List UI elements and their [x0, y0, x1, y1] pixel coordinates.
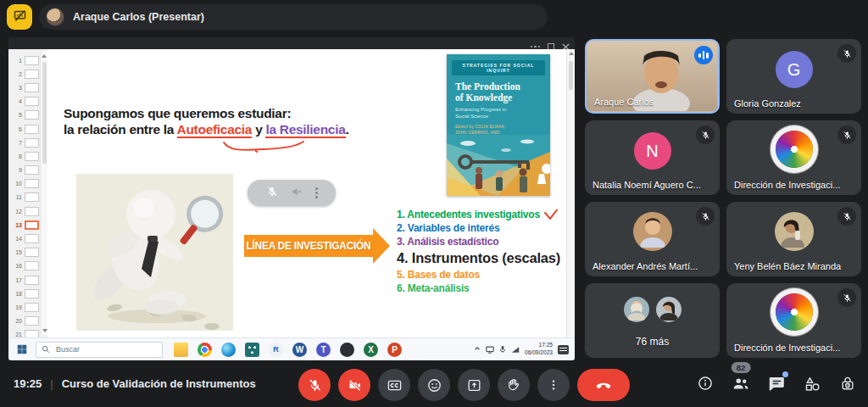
list-item: 6. Meta-análisis — [397, 282, 566, 295]
tray-display-icon[interactable] — [486, 342, 494, 357]
book-title: The Production of Knowledge — [455, 81, 527, 103]
taskbar-time: 17:25 — [525, 342, 553, 349]
overflow-count-label: 76 más — [585, 336, 720, 348]
mic-toggle-button[interactable] — [298, 369, 331, 401]
participant-name: Dirección de Investigaci... — [734, 180, 840, 190]
taskbar-app-excel-icon[interactable]: X — [364, 343, 378, 357]
taskbar-date: 06/09/2023 — [525, 349, 553, 357]
taskbar-app-file-explorer-icon[interactable] — [174, 343, 188, 357]
book-series-band: STRATEGIES FOR SOCIAL INQUIRY — [452, 60, 545, 75]
slide-scrollbar[interactable] — [566, 49, 575, 337]
meeting-panels: 82 — [695, 373, 858, 393]
current-time: 19:25 — [14, 377, 42, 390]
present-button[interactable] — [458, 369, 490, 401]
mic-off-icon — [837, 44, 856, 63]
slide-scroll-up-icon[interactable] — [569, 52, 574, 55]
participant-tile-yeny[interactable]: Yeny Belén Báez Miranda — [726, 202, 861, 276]
participant-count-badge: 82 — [732, 362, 751, 373]
system-tray: 17:25 06/09/2023 — [474, 342, 575, 357]
activities-button[interactable] — [802, 373, 822, 393]
participant-tile-natalia[interactable]: N Natalia Noemí Aguero C... — [585, 120, 720, 195]
participants-button[interactable]: 82 — [731, 373, 751, 393]
camera-toggle-button[interactable] — [338, 369, 370, 401]
taskbar-app-word-icon[interactable]: W — [292, 343, 307, 357]
photo-avatar — [775, 212, 814, 251]
highlight-autoeficacia: Autoeficacia — [177, 122, 253, 138]
start-button[interactable] — [16, 343, 28, 355]
presentation-off-icon — [13, 8, 27, 26]
taskbar-app-r-icon[interactable]: R — [269, 343, 283, 357]
participant-tile-overflow[interactable]: 76 más — [585, 283, 720, 358]
taskbar-app-stats-tool-icon[interactable] — [245, 343, 259, 357]
presentation-paused-button[interactable] — [7, 4, 32, 30]
search-input[interactable] — [54, 344, 147, 354]
slide-title-line1: Supongamos que queremos estudiar: — [64, 105, 349, 121]
list-item: 4. Instrumentos (escalas) — [397, 248, 566, 268]
meeting-details-button[interactable] — [695, 373, 715, 393]
chat-button[interactable] — [766, 373, 787, 393]
google-meet-window: Araque Carlos (Presentar) 12345678910111… — [0, 0, 868, 407]
slide-scrollbar-thumb[interactable] — [569, 61, 573, 90]
avatar: N — [634, 132, 671, 170]
raise-hand-button[interactable] — [498, 369, 530, 401]
participant-tile-araque[interactable]: Araque Carlos — [585, 39, 720, 114]
slide-canvas: Supongamos que queremos estudiar: la rel… — [47, 49, 566, 337]
thumbnail-scrollbar[interactable] — [40, 52, 47, 335]
slide-title: Supongamos que queremos estudiar: la rel… — [64, 105, 349, 138]
taskbar-apps: RWTXP — [174, 343, 402, 357]
participant-name: Gloria Gonzalez — [734, 98, 801, 109]
meeting-title: Curso de Validación de Instrumentos — [62, 377, 256, 390]
participant-name: Yeny Belén Báez Miranda — [734, 261, 841, 271]
arrow-label: LÍNEA DE INVESTIGACIÓN — [247, 240, 371, 252]
end-call-button[interactable] — [577, 369, 630, 401]
host-controls-button[interactable] — [837, 373, 858, 393]
taskbar-clock[interactable]: 17:25 06/09/2023 — [525, 342, 553, 357]
speaker-off-icon[interactable] — [291, 186, 303, 201]
taskbar-app-chrome-icon[interactable] — [198, 343, 212, 357]
list-item: 1. Antecedentes investigativos — [397, 208, 566, 221]
notification-center-icon[interactable] — [558, 345, 569, 354]
scrollbar-thumb[interactable] — [42, 62, 47, 164]
tray-mic-icon[interactable] — [499, 342, 506, 357]
mic-off-icon[interactable] — [266, 186, 278, 201]
mic-off-icon — [696, 207, 715, 226]
captions-button[interactable] — [378, 369, 410, 401]
taskbar-app-obs-icon[interactable] — [340, 343, 354, 357]
scroll-down-icon[interactable] — [42, 329, 47, 332]
windows-taskbar: RWTXP 17:25 06/09/2023 — [8, 337, 575, 360]
taskbar-app-powerpoint-icon[interactable]: P — [387, 343, 402, 357]
taskbar-app-teams-icon[interactable]: T — [316, 343, 331, 357]
participant-tile-alexander[interactable]: Alexander Andrés Martí... — [585, 202, 720, 276]
scroll-up-icon[interactable] — [42, 54, 47, 58]
slide-title-line2: la relación entre la Autoeficacia y la R… — [64, 121, 349, 137]
red-check-icon — [543, 209, 559, 220]
participant-name: Araque Carlos — [594, 97, 654, 107]
red-brace-annotation — [221, 139, 306, 156]
overflow-avatars — [585, 297, 720, 322]
linea-investigacion-arrow: LÍNEA DE INVESTIGACIÓN — [244, 235, 373, 257]
tray-chevron-icon[interactable] — [474, 345, 481, 354]
taskbar-app-edge-icon[interactable] — [221, 343, 236, 357]
call-controls — [298, 369, 630, 401]
chat-notification-dot — [782, 371, 788, 377]
participant-tile-gloria[interactable]: G Gloria Gonzalez — [726, 39, 861, 114]
participant-tile-direccion-2[interactable]: Dirección de Investigaci... — [726, 283, 861, 358]
tile-more-options-icon[interactable] — [315, 187, 318, 198]
participant-tile-direccion-1[interactable]: Dirección de Investigaci... — [726, 120, 861, 195]
list-item: 2. Variables de interés — [397, 221, 566, 235]
avatar: G — [776, 51, 813, 88]
tray-network-icon[interactable] — [511, 342, 520, 357]
presenter-pill[interactable]: Araque Carlos (Presentar) — [39, 4, 548, 30]
speaking-indicator-icon — [694, 46, 713, 64]
ppt-more-icon[interactable] — [531, 46, 541, 48]
more-options-button[interactable] — [537, 369, 570, 401]
reactions-button[interactable] — [418, 369, 450, 401]
presenter-avatar — [46, 8, 64, 26]
participants-grid: Araque Carlos G Gloria Gonzalez N Natali… — [585, 39, 861, 358]
taskbar-search[interactable] — [36, 342, 163, 358]
participant-name: Dirección de Investigaci... — [734, 343, 840, 353]
magnifier-figure-image — [76, 174, 233, 331]
list-item: 3. Análisis estadístico — [397, 235, 566, 248]
organization-logo-avatar — [776, 293, 813, 331]
book-subtitle: Enhancing Progress in Social Science — [455, 107, 515, 120]
